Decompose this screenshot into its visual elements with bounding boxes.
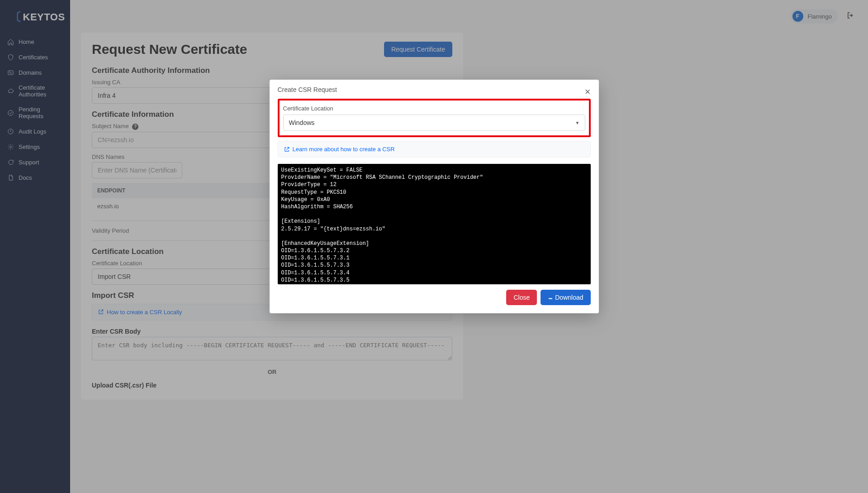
learn-more-box: Learn more about how to create a CSR <box>278 141 591 158</box>
modal-cert-loc-label: Certificate Location <box>283 105 585 112</box>
modal-close-button[interactable]: × <box>585 87 591 97</box>
external-link-icon <box>284 146 290 153</box>
create-csr-modal: Create CSR Request × Certificate Locatio… <box>270 80 599 313</box>
modal-download-button[interactable]: Download <box>541 290 590 305</box>
modal-overlay: Create CSR Request × Certificate Locatio… <box>0 0 868 493</box>
modal-cert-loc-select[interactable] <box>283 115 585 131</box>
csr-code-block[interactable]: UseExistingKeySet = FALSE ProviderName =… <box>278 164 591 284</box>
download-icon <box>548 294 553 301</box>
cert-location-highlight: Certificate Location ▼ <box>278 99 591 137</box>
modal-close-action-button[interactable]: Close <box>506 290 537 305</box>
modal-title: Create CSR Request <box>278 86 591 93</box>
learn-more-link[interactable]: Learn more about how to create a CSR <box>293 146 395 153</box>
